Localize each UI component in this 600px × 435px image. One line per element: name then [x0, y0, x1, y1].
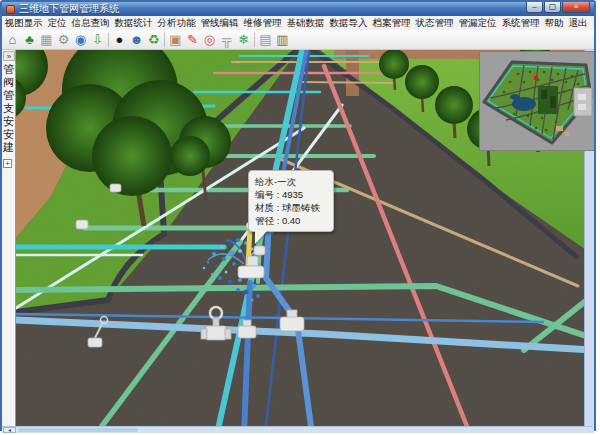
layer-item[interactable]: 阀 — [2, 76, 16, 89]
layer-item[interactable]: 建 — [2, 141, 16, 154]
menu-view[interactable]: 视图显示 — [2, 16, 45, 30]
user-icon[interactable]: ☻ — [128, 31, 145, 49]
globe-icon[interactable]: ◉ — [72, 31, 89, 49]
tooltip-row-material: 材质 : 球墨铸铁 — [255, 201, 327, 214]
layer-item[interactable]: 安 — [2, 115, 16, 128]
menu-system[interactable]: 系统管理 — [499, 16, 542, 30]
record-icon[interactable]: ● — [111, 31, 128, 49]
minimap-position-marker — [534, 76, 538, 80]
layer-item[interactable]: 安 — [2, 128, 16, 141]
scrollbar-thumb[interactable] — [18, 428, 138, 432]
faucet-icon[interactable]: ╦ — [218, 31, 235, 49]
gear-icon[interactable]: ⚙ — [55, 31, 72, 49]
scroll-left-button[interactable]: ◂ — [3, 427, 16, 433]
window-panel-icon[interactable]: ▤ — [257, 31, 274, 49]
toolbar-separator — [164, 33, 165, 47]
minimap-overview[interactable] — [480, 52, 594, 150]
left-panel-collapse-button[interactable]: » — [3, 51, 15, 61]
maximize-button[interactable]: ▢ — [544, 2, 561, 13]
menu-statistics[interactable]: 数据统计 — [112, 16, 155, 30]
tooltip-row-diameter: 管径 : 0.40 — [255, 214, 327, 227]
layer-item[interactable]: 管 — [2, 63, 16, 76]
horizontal-scrollbar[interactable]: ◂ — [2, 426, 592, 433]
menu-archives[interactable]: 档案管理 — [370, 16, 413, 30]
menu-leak-locate[interactable]: 管漏定位 — [456, 16, 499, 30]
menu-data-import[interactable]: 数据导入 — [327, 16, 370, 30]
edit-pencil-icon[interactable]: ✎ — [184, 31, 201, 49]
menu-info-query[interactable]: 信息查询 — [69, 16, 112, 30]
tooltip-title: 给水-一次 — [255, 175, 327, 188]
viewport-3d[interactable]: » 管 阀 管 支 安 安 建 + 给水-一次 编号 : 4935 材质 : 球… — [2, 50, 594, 433]
toolbar-separator — [254, 33, 255, 47]
tooltip-row-id: 编号 : 4935 — [255, 188, 327, 201]
app-window: 三维地下管网管理系统 – ▢ × 视图显示 定位 信息查询 数据统计 分析功能 … — [0, 0, 596, 431]
snowflake-icon[interactable]: ❄ — [235, 31, 252, 49]
menu-basic-data[interactable]: 基础数据 — [284, 16, 327, 30]
minimize-button[interactable]: – — [526, 2, 543, 13]
menu-locate[interactable]: 定位 — [45, 16, 69, 30]
close-button[interactable]: × — [562, 2, 590, 13]
menu-help[interactable]: 帮助 — [542, 16, 566, 30]
menu-bar: 视图显示 定位 信息查询 数据统计 分析功能 管线编辑 维修管理 基础数据 数据… — [2, 16, 594, 31]
toolbar-separator — [108, 33, 109, 47]
menu-pipe-edit[interactable]: 管线编辑 — [198, 16, 241, 30]
tooltip-tail — [255, 230, 268, 244]
refresh-icon[interactable]: ♻ — [145, 31, 162, 49]
toolbar: ⌂ ♣ ▦ ⚙ ◉ ⇩ ● ☻ ♻ ▣ ✎ ◎ ╦ ❄ ▤ ▥ — [2, 30, 594, 50]
download-icon[interactable]: ⇩ — [89, 31, 106, 49]
title-bar[interactable]: 三维地下管网管理系统 – ▢ × — [2, 2, 594, 16]
layer-item[interactable]: 支 — [2, 102, 16, 115]
minimap-buildings — [574, 88, 592, 116]
package-box-icon[interactable]: ▣ — [167, 31, 184, 49]
home-icon[interactable]: ⌂ — [4, 31, 21, 49]
tree-expand-icon[interactable]: + — [3, 159, 12, 168]
notebook-icon[interactable]: ▥ — [274, 31, 291, 49]
window-title: 三维地下管网管理系统 — [19, 2, 119, 16]
lifebuoy-icon[interactable]: ◎ — [201, 31, 218, 49]
window-controls: – ▢ × — [525, 2, 590, 13]
left-panel-collapsed[interactable]: » 管 阀 管 支 安 安 建 + — [2, 50, 16, 426]
map-layers-icon[interactable]: ▦ — [38, 31, 55, 49]
menu-exit[interactable]: 退出 — [566, 16, 590, 30]
menu-maintenance[interactable]: 维修管理 — [241, 16, 284, 30]
tree-icon[interactable]: ♣ — [21, 31, 38, 49]
pipe-info-tooltip: 给水-一次 编号 : 4935 材质 : 球墨铸铁 管径 : 0.40 — [248, 170, 334, 232]
menu-analysis[interactable]: 分析功能 — [155, 16, 198, 30]
layer-item[interactable]: 管 — [2, 89, 16, 102]
app-icon — [6, 5, 15, 14]
menu-status[interactable]: 状态管理 — [413, 16, 456, 30]
